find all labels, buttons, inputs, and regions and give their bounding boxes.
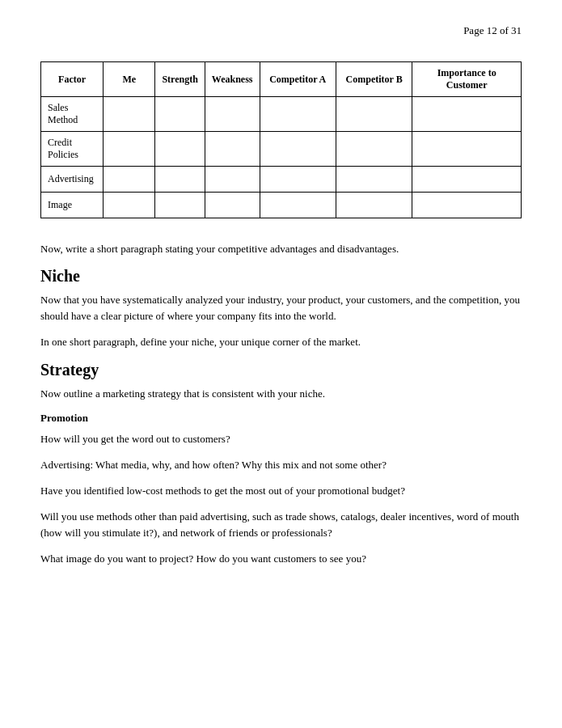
promotion-question-2: Have you identified low-cost methods to … bbox=[40, 483, 522, 499]
strategy-heading: Strategy bbox=[40, 361, 522, 379]
intro-paragraph: Now, write a short paragraph stating you… bbox=[40, 241, 522, 257]
cell-factor-3: Image bbox=[41, 193, 104, 218]
cell-compb-1 bbox=[336, 132, 412, 167]
cell-me-3 bbox=[104, 193, 155, 218]
header-importance: Importance to Customer bbox=[412, 62, 522, 97]
cell-importance-2 bbox=[412, 167, 522, 193]
promotion-question-1: Advertising: What media, why, and how of… bbox=[40, 457, 522, 473]
cell-compa-1 bbox=[260, 132, 336, 167]
header-strength: Strength bbox=[155, 62, 205, 97]
cell-strength-3 bbox=[155, 193, 205, 218]
header-weakness: Weakness bbox=[205, 62, 260, 97]
table-row: Sales Method bbox=[41, 97, 522, 132]
table-row: Image bbox=[41, 193, 522, 218]
cell-me-2 bbox=[104, 167, 155, 193]
table-row: Advertising bbox=[41, 167, 522, 193]
header-competitor-a: Competitor A bbox=[260, 62, 336, 97]
cell-strength-1 bbox=[155, 132, 205, 167]
cell-compa-2 bbox=[260, 167, 336, 193]
cell-compa-3 bbox=[260, 193, 336, 218]
cell-weakness-2 bbox=[205, 167, 260, 193]
content-section: Now, write a short paragraph stating you… bbox=[40, 241, 522, 568]
cell-me-1 bbox=[104, 132, 155, 167]
niche-section: Niche Now that you have systematically a… bbox=[40, 267, 522, 350]
header-competitor-b: Competitor B bbox=[336, 62, 412, 97]
page-container: Page 12 of 31 Factor Me Strength Weaknes… bbox=[0, 0, 562, 728]
niche-paragraph-1: Now that you have systematically analyze… bbox=[40, 292, 522, 324]
cell-weakness-1 bbox=[205, 132, 260, 167]
cell-compb-2 bbox=[336, 167, 412, 193]
cell-compb-0 bbox=[336, 97, 412, 132]
page-number: Page 12 of 31 bbox=[40, 24, 522, 37]
cell-factor-1: Credit Policies bbox=[41, 132, 104, 167]
table-row: Credit Policies bbox=[41, 132, 522, 167]
comparison-table: Factor Me Strength Weakness Competitor A… bbox=[40, 61, 522, 218]
promotion-question-4: What image do you want to project? How d… bbox=[40, 551, 522, 567]
table-section: Factor Me Strength Weakness Competitor A… bbox=[40, 61, 522, 218]
header-me: Me bbox=[104, 62, 155, 97]
cell-importance-1 bbox=[412, 132, 522, 167]
strategy-intro: Now outline a marketing strategy that is… bbox=[40, 386, 522, 402]
cell-importance-3 bbox=[412, 193, 522, 218]
promotion-heading: Promotion bbox=[40, 412, 522, 425]
cell-weakness-3 bbox=[205, 193, 260, 218]
cell-compb-3 bbox=[336, 193, 412, 218]
cell-weakness-0 bbox=[205, 97, 260, 132]
cell-compa-0 bbox=[260, 97, 336, 132]
cell-me-0 bbox=[104, 97, 155, 132]
header-factor: Factor bbox=[41, 62, 104, 97]
page-number-text: Page 12 of 31 bbox=[463, 24, 522, 36]
niche-paragraph-2: In one short paragraph, define your nich… bbox=[40, 334, 522, 350]
table-header-row: Factor Me Strength Weakness Competitor A… bbox=[41, 62, 522, 97]
strategy-section: Strategy Now outline a marketing strateg… bbox=[40, 361, 522, 568]
promotion-section: Promotion How will you get the word out … bbox=[40, 412, 522, 568]
cell-importance-0 bbox=[412, 97, 522, 132]
promotion-question-3: Will you use methods other than paid adv… bbox=[40, 509, 522, 541]
promotion-question-0: How will you get the word out to custome… bbox=[40, 431, 522, 447]
cell-factor-2: Advertising bbox=[41, 167, 104, 193]
niche-heading: Niche bbox=[40, 267, 522, 286]
cell-strength-2 bbox=[155, 167, 205, 193]
cell-factor-0: Sales Method bbox=[41, 97, 104, 132]
cell-strength-0 bbox=[155, 97, 205, 132]
